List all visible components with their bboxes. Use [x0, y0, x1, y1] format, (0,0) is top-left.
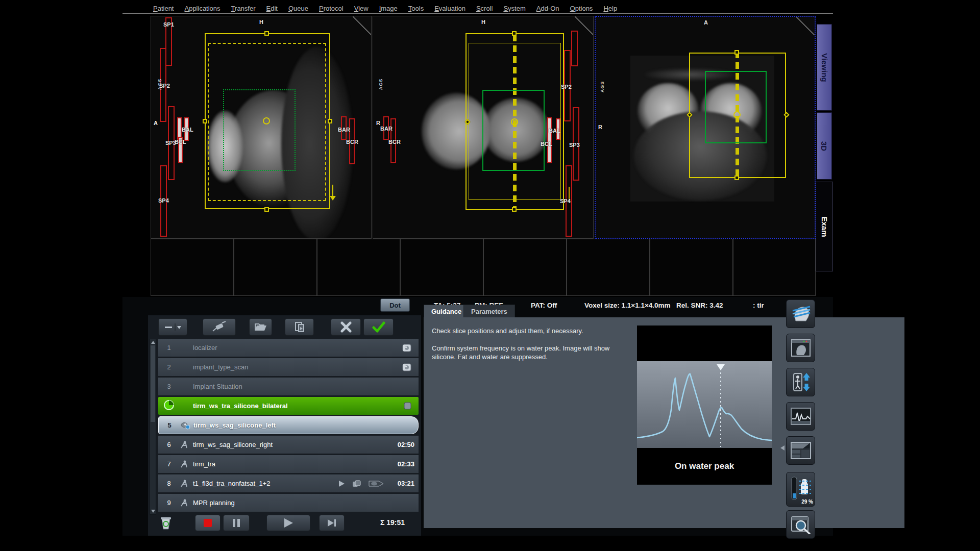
panel-collapse-arrow-icon[interactable]	[780, 445, 785, 451]
thumbnail-cell[interactable]	[483, 239, 567, 296]
menu-transfer[interactable]: Transfer	[231, 5, 256, 12]
handle-top[interactable]	[264, 31, 269, 36]
queue-row-tirm-ws-sag-right[interactable]: 6 tirm_ws_sag_silicone_right 02:50	[158, 436, 419, 454]
menu-view[interactable]: View	[354, 5, 369, 12]
handle-top[interactable]	[734, 50, 739, 55]
frequency-spectrum-figure: On water peak	[637, 325, 772, 485]
thumbnail-cell[interactable]	[400, 239, 483, 296]
apply-button[interactable]	[363, 318, 394, 336]
skip-to-end-button[interactable]	[319, 515, 345, 531]
contrast-bolus-tag-icon	[369, 480, 384, 487]
worklist-split-button[interactable]	[158, 318, 187, 336]
status-sequence: : tir	[753, 302, 764, 309]
row-number: 1	[158, 344, 180, 352]
scroll-direction-arrow-icon	[329, 185, 337, 201]
scan-duration: 02:33	[391, 460, 414, 468]
shim-volume-rect[interactable]	[705, 71, 767, 143]
slice-center-marker[interactable]	[511, 118, 518, 126]
handle-bottom[interactable]	[264, 207, 269, 212]
image-display-button[interactable]	[786, 334, 815, 362]
queue-row-t1-fl3d[interactable]: 8 t1_fl3d_tra_nonfatsat_1+2 03:21	[158, 474, 419, 492]
queue-row-implant-situation[interactable]: 3 Implant Situation	[158, 378, 419, 395]
scrollbar-thumb[interactable]	[151, 345, 155, 422]
handle-right[interactable]	[328, 119, 332, 123]
menu-options[interactable]: Options	[570, 5, 593, 12]
tab-viewing[interactable]: Viewing	[817, 24, 832, 111]
patient-position-icon	[180, 441, 193, 449]
pause-button[interactable]	[223, 515, 250, 531]
sar-monitor-button[interactable]: 29 %	[786, 472, 815, 507]
row-number: 6	[158, 441, 180, 448]
orientation-label-a: A	[704, 19, 708, 26]
queue-row-selected-tirm-ws-sag-left[interactable]: 5 tirm_ws_sag_silicone_left	[158, 416, 419, 434]
tab-parameters[interactable]: Parameters	[463, 305, 515, 317]
menu-applications[interactable]: Applications	[184, 5, 220, 12]
edit-open-state-icon	[180, 421, 193, 430]
delete-trash-button[interactable]	[159, 516, 173, 532]
thumbnail-cell[interactable]	[567, 239, 650, 296]
viewport-axial-selected[interactable]: A R AGS	[595, 16, 816, 239]
thumbnail-cell[interactable]	[317, 239, 400, 296]
copy-reference-icon	[352, 480, 361, 487]
scan-duration: 03:21	[391, 480, 414, 487]
menu-scroll[interactable]: Scroll	[476, 5, 493, 12]
layout-config-button[interactable]	[786, 436, 815, 465]
queue-row-implant-type-scan[interactable]: 2 implant_type_scan	[158, 358, 419, 376]
menu-evaluation[interactable]: Evaluation	[434, 5, 465, 12]
viewport-sagittal-left[interactable]: H A AGS SP1 SP2 SP3 SP4 BAL BCL BAR BCR	[151, 16, 372, 239]
menu-protocol[interactable]: Protocol	[319, 5, 344, 12]
menu-system[interactable]: System	[503, 5, 525, 12]
menu-image[interactable]: Image	[379, 5, 398, 12]
open-folder-icon	[254, 322, 267, 332]
play-icon	[283, 518, 293, 528]
pause-wait-play-icon	[338, 480, 345, 487]
queue-row-tirm-tra[interactable]: 7 tirm_tra 02:33	[158, 455, 419, 473]
tab-3d[interactable]: 3D	[817, 112, 832, 180]
scroll-up-icon[interactable]	[151, 341, 155, 344]
viewport-sagittal-right[interactable]: H R AGS BAR BCR BAL BCL SP2 SP3 SP4	[373, 16, 594, 239]
dash-dropdown-icon	[163, 322, 183, 332]
queue-scrollbar[interactable]	[150, 339, 156, 515]
menu-edit[interactable]: Edit	[266, 5, 278, 12]
thumbnail-cell[interactable]	[650, 239, 733, 296]
thumbnail-cell[interactable]	[234, 239, 317, 296]
tab-guidance[interactable]: Guidance	[424, 305, 469, 317]
slice-position-tool-button[interactable]	[786, 299, 815, 328]
queue-row-mpr-planning[interactable]: 9 MPR planning	[158, 494, 419, 512]
handle-top[interactable]	[512, 31, 517, 36]
menu-tools[interactable]: Tools	[408, 5, 424, 12]
menu-patient[interactable]: Patient	[153, 5, 174, 12]
queue-row-running-tirm-ws-tra[interactable]: tirm_ws_tra_silicone_bilateral	[158, 397, 419, 415]
contrast-injector-button[interactable]	[203, 318, 236, 336]
tab-exam[interactable]: Exam	[816, 182, 833, 271]
menu-addon[interactable]: Add-On	[536, 5, 559, 12]
thumbnail-cell[interactable]	[733, 239, 816, 296]
table-position-button[interactable]	[786, 368, 815, 396]
orientation-label-h: H	[481, 19, 485, 25]
handle-bottom[interactable]	[734, 176, 739, 180]
shim-volume-dotted-rect[interactable]	[223, 89, 296, 171]
stop-state-icon[interactable]	[404, 402, 411, 410]
sat-label-bcl: BCL	[541, 141, 552, 147]
slice-center-marker[interactable]	[263, 117, 270, 124]
handle-left[interactable]	[203, 119, 207, 123]
menu-help[interactable]: Help	[603, 5, 617, 12]
thumbnail-cell[interactable]	[151, 239, 234, 296]
slice-center-marker[interactable]	[733, 111, 741, 118]
snapshot-camera-icon[interactable]	[402, 344, 411, 352]
physio-signal-button[interactable]	[786, 402, 815, 431]
shim-volume-rect[interactable]	[482, 90, 545, 171]
dot-engine-button[interactable]: Dot	[380, 298, 410, 312]
handle-bottom[interactable]	[512, 207, 517, 212]
copy-program-button[interactable]	[285, 318, 314, 336]
play-button[interactable]	[266, 515, 310, 531]
cancel-button[interactable]	[331, 318, 361, 336]
queue-row-localizer[interactable]: 1 localizer	[158, 339, 419, 357]
snapshot-camera-icon[interactable]	[402, 363, 411, 371]
sat-band-top-right[interactable]	[571, 31, 578, 66]
menu-queue[interactable]: Queue	[288, 5, 308, 12]
stop-button[interactable]	[195, 515, 220, 531]
inline-display-button[interactable]	[786, 510, 815, 539]
orientation-label-r: R	[376, 120, 380, 126]
open-protocol-button[interactable]	[249, 318, 272, 336]
